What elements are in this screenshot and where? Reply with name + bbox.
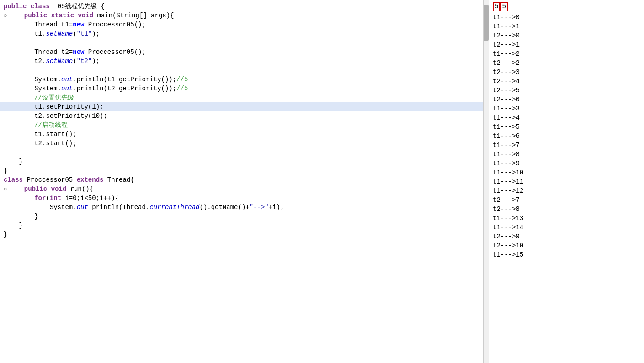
output-line-text: t1--->11: [493, 178, 523, 185]
output-line-text: t1--->3: [493, 105, 520, 112]
output-line: t1--->7: [489, 141, 644, 150]
code-token: static: [51, 12, 78, 19]
code-line: t2.setName("t2");: [0, 57, 483, 66]
scrollbar[interactable]: [483, 0, 489, 363]
code-line: Thread t2=new Proccessor05();: [0, 47, 483, 57]
code-token: //5: [176, 85, 188, 92]
code-line: class Proccessor05 extends Thread{: [0, 175, 483, 184]
code-token: public: [9, 185, 51, 193]
collapse-icon[interactable]: ⊖: [4, 186, 7, 193]
output-line: t1--->3: [489, 104, 644, 113]
code-token: .println(Thread.: [88, 204, 149, 211]
code-token: }: [4, 167, 7, 174]
code-token: setName: [46, 58, 73, 65]
code-token: class: [31, 3, 53, 10]
output-line: t1--->0: [489, 13, 644, 22]
output-line: t1--->10: [489, 168, 644, 177]
code-token: Thread t1=: [4, 21, 73, 28]
code-token: //设置优先级: [4, 94, 74, 102]
output-line-text: t2--->2: [493, 59, 520, 67]
output-line-text: t2--->7: [493, 196, 520, 204]
output-line-text: t1--->4: [493, 114, 520, 121]
code-token: t1.start();: [4, 131, 77, 138]
collapse-icon[interactable]: ⊖: [4, 12, 7, 19]
code-token: "-->": [250, 204, 269, 211]
output-line: t2--->4: [489, 77, 644, 86]
output-line: t1--->13: [489, 214, 644, 223]
output-line: t1--->14: [489, 223, 644, 232]
output-line-text: t1--->8: [493, 151, 520, 158]
code-token: .println(t2.getPriority());: [73, 85, 176, 92]
code-token: );: [92, 58, 100, 65]
code-token: int: [50, 195, 61, 202]
output-line-text: t1--->12: [493, 187, 523, 195]
code-token: }: [4, 222, 23, 229]
code-token: t2.setPriority(10);: [4, 112, 107, 120]
code-editor: public class _05线程优先级 {⊖ public static v…: [0, 0, 483, 363]
code-token: void: [51, 185, 70, 193]
output-content: 55t1--->0t1--->1t2--->0t2--->1t1--->2t2-…: [489, 1, 644, 259]
code-token: t2.: [4, 58, 46, 65]
code-token: Proccessor05: [27, 176, 76, 184]
output-line-text: t2--->0: [493, 32, 520, 39]
code-line: [0, 66, 483, 75]
output-panel: 55t1--->0t1--->1t2--->0t2--->1t1--->2t2-…: [489, 0, 644, 363]
output-line: t2--->6: [489, 95, 644, 104]
code-line: System.out.println(t1.getPriority());//5: [0, 75, 483, 84]
output-line: t2--->7: [489, 195, 644, 205]
code-token: public: [4, 3, 31, 10]
code-token: Thread{: [107, 176, 134, 184]
code-token: t1.setPriority(1);: [4, 103, 103, 110]
output-highlighted-block: 55: [489, 1, 644, 13]
output-line: t1--->9: [489, 159, 644, 168]
code-lines: public class _05线程优先级 {⊖ public static v…: [0, 2, 483, 361]
output-line-text: t1--->2: [493, 50, 520, 58]
output-line: t2--->2: [489, 58, 644, 68]
code-token: class: [4, 176, 27, 184]
code-line: }: [0, 157, 483, 166]
output-line: t2--->0: [489, 31, 644, 40]
code-line: }: [0, 212, 483, 221]
output-line-text: t1--->9: [493, 160, 520, 167]
output-line-text: t1--->13: [493, 215, 523, 222]
code-token: setName: [46, 30, 73, 37]
code-line: Thread t1=new Proccessor05();: [0, 20, 483, 29]
code-token: Proccessor05();: [84, 48, 145, 56]
code-token: Thread t2=: [4, 48, 73, 56]
code-line: t1.start();: [0, 130, 483, 139]
output-line: t2--->1: [489, 40, 644, 49]
scrollbar-thumb[interactable]: [484, 5, 489, 41]
output-highlighted-value: 5: [493, 2, 500, 11]
output-line: t1--->6: [489, 132, 644, 141]
code-token: for: [4, 195, 46, 202]
output-line-text: t2--->10: [493, 242, 523, 249]
code-token: //启动线程: [4, 121, 68, 129]
code-line: t2.setPriority(10);: [0, 111, 483, 121]
output-line: t1--->8: [489, 150, 644, 159]
code-token: (: [73, 30, 76, 37]
output-line: t1--->11: [489, 177, 644, 186]
output-line: t1--->4: [489, 113, 644, 122]
code-token: +i);: [269, 204, 284, 211]
code-token: out: [61, 85, 73, 92]
output-line: t2--->3: [489, 68, 644, 77]
output-line-text: t2--->8: [493, 205, 520, 213]
code-token: "t2": [77, 58, 92, 65]
code-token: }: [4, 213, 38, 220]
code-line: }: [0, 166, 483, 175]
output-line-text: t2--->5: [493, 87, 520, 94]
code-token: (: [46, 195, 49, 202]
output-line: t1--->12: [489, 186, 644, 195]
output-line-text: t2--->9: [493, 233, 520, 240]
output-line: t1--->15: [489, 250, 644, 259]
code-token: out: [61, 76, 73, 83]
code-line: for(int i=0;i<50;i++){: [0, 194, 483, 203]
code-line: t2.start();: [0, 139, 483, 148]
code-token: );: [92, 30, 100, 37]
code-line: public class _05线程优先级 {: [0, 2, 483, 11]
output-highlighted-value: 5: [500, 2, 507, 11]
code-token: System.: [4, 85, 61, 92]
output-line: t1--->1: [489, 22, 644, 31]
output-line: t1--->5: [489, 122, 644, 132]
code-token: System.: [4, 76, 61, 83]
